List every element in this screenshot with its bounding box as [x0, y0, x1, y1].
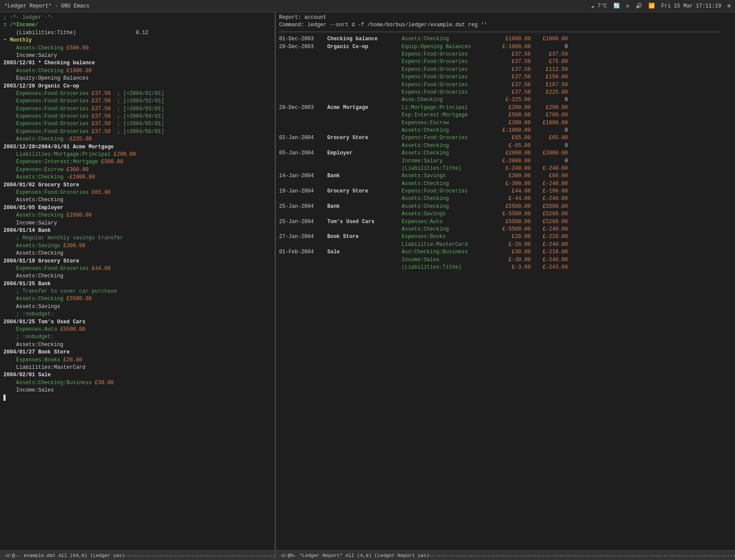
entry-amount2: £1000.00	[531, 119, 568, 127]
entry-date	[279, 142, 327, 150]
entry-payee	[327, 112, 402, 119]
left-editor-line: 2003/12/01 * Checking balance	[4, 60, 271, 67]
entry-amount1: £-1000.00	[494, 127, 531, 134]
entry-amount2: £75.00	[531, 58, 568, 66]
left-editor-line: ; :nobudget:	[4, 333, 271, 341]
entry-date: 01-Feb-2004	[279, 248, 327, 256]
ledger-report-row: 05-Jan-2004EmployerAssets:Checking£2000.…	[279, 150, 732, 157]
entry-amount2: £-240.00	[531, 165, 568, 172]
ledger-report-row: 25-Jan-2004BankAssets:Checking£5500.00£5…	[279, 203, 732, 210]
entry-payee	[327, 119, 402, 127]
left-editor-line: Expenses:Escrow £300.00	[4, 166, 271, 174]
entry-amount1: £37.50	[494, 81, 531, 89]
entry-payee: Bank	[327, 172, 402, 180]
ledger-report-row: 02-Jan-2004Grocery StoreExpens:Food:Groc…	[279, 134, 732, 142]
entry-date	[279, 241, 327, 248]
left-editor-line: Assets:Checking -£1000.00	[4, 174, 271, 181]
entry-account: Expenses:Auto	[402, 218, 494, 226]
entry-account: Income:Sales	[402, 256, 494, 264]
entry-amount2: £5260.00	[531, 218, 568, 226]
entry-account: Expenses:Books	[402, 233, 494, 241]
statusbar: -U:@-- example.dat All (64,0) (Ledger ya…	[0, 550, 735, 560]
entry-payee	[327, 66, 402, 74]
entry-account: Expens:Food:Groceries	[402, 66, 494, 74]
entry-account: Assets:Checking	[402, 203, 494, 210]
entry-payee	[327, 165, 402, 172]
left-editor-line: Assets:Checking £5500.00	[4, 295, 271, 303]
ledger-report-row: Asse:Checking£-225.000	[279, 96, 732, 104]
right-pane[interactable]: Report: account Command: ledger --sort d…	[276, 12, 735, 550]
entry-amount1: £-1000.00	[494, 43, 531, 51]
ledger-report-row: 01-Dec-2003Checking balanceAssets:Checki…	[279, 35, 732, 43]
left-editor-line: Expenses:Food:Groceries £65.00	[4, 189, 271, 196]
entry-account: Expenses:Escrow	[402, 119, 494, 127]
entry-date	[279, 112, 327, 119]
ledger-report-row: 27-Jan-2004Book StoreExpenses:Books£20.0…	[279, 233, 732, 241]
entry-payee: Tom's Used Cars	[327, 218, 402, 226]
entry-amount1: £-300.00	[494, 180, 531, 188]
left-editor-line: Assets:Checking £1000.00	[4, 67, 271, 75]
entry-payee	[327, 195, 402, 203]
left-editor-line: 2004/01/19 Grocery Store	[4, 258, 271, 265]
entry-date: 02-Jan-2004	[279, 134, 327, 142]
entry-account: Li:Mortgage:Principal	[402, 104, 494, 112]
entry-date	[279, 195, 327, 203]
left-editor-line: Assets:Checking -£225.00	[4, 136, 271, 143]
entry-account: Asse:Checking	[402, 96, 494, 104]
entry-payee	[327, 89, 402, 96]
ledger-report-row: Expens:Food:Groceries£37.50£112.50	[279, 66, 732, 74]
ledger-report-row: Income:Salary£-2000.000	[279, 158, 732, 165]
entry-payee	[327, 241, 402, 248]
entry-payee: Book Store	[327, 233, 402, 241]
entry-amount1: £-225.00	[494, 96, 531, 104]
entry-amount1: £1000.00	[494, 35, 531, 43]
left-editor-line: 2003/12/20 Organic Co-op	[4, 83, 271, 90]
entry-amount1: £20.00	[494, 233, 531, 241]
entry-amount2: £37.50	[531, 51, 568, 58]
ledger-report-row: Assets:Checking£-44.00£-240.00	[279, 195, 732, 203]
ledger-report-row: Expens:Food:Groceries£37.50£150.00	[279, 74, 732, 81]
ledger-report-row: Expens:Food:Groceries£37.50£37.50	[279, 51, 732, 58]
main-content: ; -*- ledger -*-= /^Income/ (Liabilities…	[0, 12, 735, 550]
entry-payee	[327, 142, 402, 150]
entry-date: 14-Jan-2004	[279, 172, 327, 180]
entry-account: Expens:Food:Groceries	[402, 58, 494, 66]
entry-account: (Liabilities:Tithe)	[402, 165, 494, 172]
left-editor-line: 2004/01/02 Grocery Store	[4, 182, 271, 189]
entry-amount1: £-5500.00	[494, 210, 531, 218]
report-header1: Report: account	[279, 14, 732, 21]
entry-amount2: £700.00	[531, 112, 568, 119]
entry-amount1: £-44.00	[494, 195, 531, 203]
left-editor: ; -*- ledger -*-= /^Income/ (Liabilities…	[4, 14, 271, 402]
left-pane[interactable]: ; -*- ledger -*-= /^Income/ (Liabilities…	[0, 12, 276, 550]
entry-date: 20-Dec-2003	[279, 43, 327, 51]
entry-date	[279, 226, 327, 233]
entry-date	[279, 96, 327, 104]
entry-payee	[327, 256, 402, 264]
left-editor-line: ; Regular monthly savings transfer	[4, 234, 271, 242]
entry-amount1: £37.50	[494, 66, 531, 74]
entry-amount2: £200.00	[531, 104, 568, 112]
entry-payee	[327, 58, 402, 66]
entry-amount2: 0	[531, 43, 568, 51]
left-editor-line: 2004/01/25 Tom's Used Cars	[4, 318, 271, 326]
entry-amount2: 0	[531, 158, 568, 165]
left-editor-line: Assets:Checking	[4, 341, 271, 349]
ledger-report-row: Assets:Checking£-300.00£-240.00	[279, 180, 732, 188]
entry-amount1: £-3.60	[494, 264, 531, 271]
left-editor-line: Assets:Checking	[4, 273, 271, 280]
left-editor-line: 2004/01/05 Employer	[4, 204, 271, 212]
left-editor-line: Expenses:Food:Groceries £44.00	[4, 265, 271, 273]
left-editor-line: = /^Income/	[4, 21, 271, 29]
entry-account: Assets:Checking	[402, 180, 494, 188]
left-editor-line: Assets:Savings	[4, 303, 271, 311]
entry-amount1: £-240.00	[494, 165, 531, 172]
ledger-report-row: Expenses:Escrow£300.00£1000.00	[279, 119, 732, 127]
left-editor-line: Assets:Checking:Business £30.00	[4, 379, 271, 387]
entry-amount1: £5500.00	[494, 203, 531, 210]
left-editor-line: Assets:Checking £500.00	[4, 45, 271, 52]
ledger-report-row: 25-Jan-2004Tom's Used CarsExpenses:Auto£…	[279, 218, 732, 226]
entry-payee	[327, 127, 402, 134]
entry-date	[279, 89, 327, 96]
ledger-report-row: 14-Jan-2004BankAssets:Savings£300.00£60.…	[279, 172, 732, 180]
